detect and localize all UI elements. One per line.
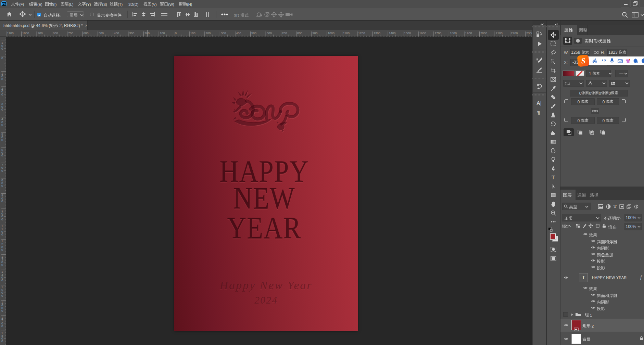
svg-text:1100: 1100 — [7, 31, 14, 35]
svg-text:400: 400 — [236, 31, 241, 35]
svg-text:400: 400 — [114, 31, 119, 35]
svg-text:600: 600 — [267, 31, 272, 35]
svg-text:1700: 1700 — [434, 31, 441, 35]
svg-text:800: 800 — [297, 31, 302, 35]
svg-text:0: 0 — [1, 279, 3, 282]
svg-text:0: 0 — [1, 169, 3, 172]
svg-text:200: 200 — [205, 31, 211, 35]
svg-text:2100: 2100 — [496, 31, 503, 35]
svg-text:1400: 1400 — [389, 31, 396, 35]
svg-text:0: 0 — [1, 263, 3, 267]
svg-text:700: 700 — [68, 31, 73, 35]
svg-text:300: 300 — [129, 31, 134, 35]
svg-text:0: 0 — [1, 233, 3, 236]
svg-text:1500: 1500 — [404, 31, 411, 35]
svg-text:1800: 1800 — [450, 31, 457, 35]
svg-text:0: 0 — [1, 184, 3, 188]
svg-text:0: 0 — [1, 294, 3, 297]
svg-text:1600: 1600 — [419, 31, 426, 35]
svg-text:2300: 2300 — [526, 31, 532, 35]
svg-text:500: 500 — [251, 31, 256, 35]
svg-text:200: 200 — [144, 31, 150, 35]
svg-text:0: 0 — [1, 309, 3, 312]
svg-text:300: 300 — [221, 31, 226, 35]
svg-text:1000: 1000 — [22, 31, 29, 35]
svg-text:0: 0 — [1, 248, 3, 252]
svg-text:0: 0 — [1, 123, 3, 127]
svg-text:0: 0 — [1, 340, 3, 343]
svg-text:0: 0 — [1, 56, 3, 60]
svg-text:0: 0 — [1, 324, 3, 328]
svg-text:900: 900 — [313, 31, 318, 35]
svg-text:0: 0 — [1, 154, 3, 157]
svg-text:700: 700 — [282, 31, 287, 35]
svg-text:2200: 2200 — [511, 31, 518, 35]
svg-text:0: 0 — [1, 93, 3, 96]
svg-text:600: 600 — [84, 31, 89, 35]
svg-text:T: T — [552, 175, 555, 180]
svg-text:0: 0 — [1, 218, 3, 221]
svg-text:0: 0 — [1, 47, 3, 50]
svg-text:100: 100 — [190, 31, 195, 35]
svg-text:1000: 1000 — [328, 31, 334, 35]
svg-text:900: 900 — [38, 31, 43, 35]
svg-text:2000: 2000 — [480, 31, 487, 35]
svg-text:1100: 1100 — [343, 31, 350, 35]
svg-text:0: 0 — [1, 138, 3, 142]
svg-text:800: 800 — [53, 31, 58, 35]
svg-text:0: 0 — [1, 108, 3, 111]
svg-text:0: 0 — [175, 31, 177, 35]
svg-text:0: 0 — [1, 200, 3, 203]
svg-text:500: 500 — [99, 31, 104, 35]
svg-text:1900: 1900 — [465, 31, 472, 35]
svg-text:1300: 1300 — [374, 31, 380, 35]
svg-text:0: 0 — [1, 77, 3, 81]
svg-text:100: 100 — [160, 31, 165, 35]
svg-text:1200: 1200 — [358, 31, 365, 35]
